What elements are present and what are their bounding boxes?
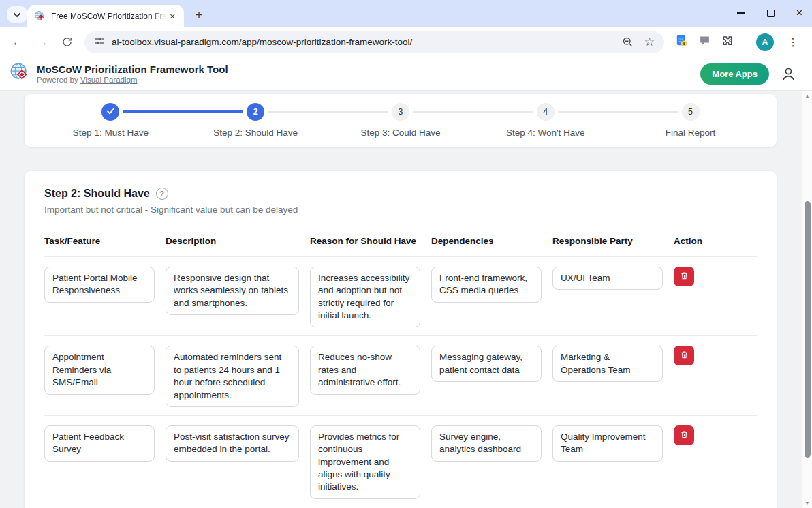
visual-paradigm-link[interactable]: Visual Paradigm	[80, 76, 138, 84]
column-header-dependencies: Dependencies	[431, 236, 542, 246]
column-header-action: Action	[674, 236, 757, 246]
scrollbar-thumb[interactable]	[805, 201, 811, 458]
column-header-reason: Reason for Should Have	[310, 236, 420, 246]
reload-icon	[61, 36, 73, 48]
task-input[interactable]: Appointment Reminders via SMS/Email	[44, 346, 155, 394]
more-apps-button[interactable]: More Apps	[700, 63, 769, 85]
page-content: Step 1: Must Have 2 Step 2: Should Have …	[0, 91, 802, 508]
zoom-out-icon[interactable]	[622, 36, 634, 48]
close-window-button[interactable]: ×	[796, 8, 802, 18]
trash-icon	[680, 271, 689, 282]
trash-icon	[680, 430, 689, 441]
step-circle-active: 2	[247, 103, 264, 121]
browser-toolbar: ← → ai-toolbox.visual-paradigm.com/app/m…	[0, 27, 812, 57]
site-settings-icon[interactable]	[94, 35, 105, 49]
app-logo-icon	[10, 62, 30, 85]
window-controls: ×	[737, 0, 802, 26]
scroll-up-icon[interactable]: ▲	[802, 93, 812, 98]
extensions-area: A ⋮	[671, 33, 805, 51]
step-label: Step 1: Must Have	[38, 128, 183, 138]
help-icon[interactable]: ?	[156, 188, 168, 200]
toolbar-divider	[745, 36, 745, 48]
check-icon	[106, 107, 115, 117]
app-title: MoSCoW Prioritization Framework Tool	[37, 63, 228, 76]
column-header-task: Task/Feature	[44, 236, 155, 246]
maximize-icon	[767, 10, 775, 17]
docs-extension-icon[interactable]	[675, 34, 688, 50]
trash-icon	[680, 350, 689, 361]
responsible-input[interactable]: UX/UI Team	[552, 267, 663, 290]
minimize-icon	[737, 12, 745, 14]
forward-button[interactable]: →	[31, 31, 53, 53]
page-scrollbar[interactable]: ▲ ▼	[802, 91, 812, 508]
powered-by-text: Powered by	[37, 76, 78, 84]
step-circle: 3	[392, 103, 409, 121]
reason-input[interactable]: Increases accessibility and adoption but…	[310, 267, 420, 327]
user-account-icon[interactable]	[780, 65, 797, 83]
stepper-step-could-have[interactable]: 3 Step 3: Could Have	[328, 103, 473, 138]
column-header-description: Description	[166, 236, 299, 246]
stepper-step-final-report[interactable]: 5 Final Report	[618, 103, 763, 138]
tab-strip: Free MoSCoW Prioritization Fra × + ×	[0, 0, 812, 27]
step-label: Step 4: Won't Have	[473, 128, 618, 138]
description-input[interactable]: Responsive design that works seamlessly …	[166, 267, 299, 315]
url-text[interactable]: ai-toolbox.visual-paradigm.com/app/mosco…	[112, 37, 412, 47]
table-row: Patient Portal Mobile Responsiveness Res…	[44, 256, 757, 335]
dependencies-input[interactable]: Survey engine, analytics dashboard	[431, 425, 542, 462]
tab-title: Free MoSCoW Prioritization Fra	[51, 12, 166, 21]
scroll-down-icon[interactable]: ▼	[802, 500, 812, 505]
stepper-step-wont-have[interactable]: 4 Step 4: Won't Have	[473, 103, 618, 138]
dependencies-input[interactable]: Front-end framework, CSS media queries	[431, 267, 542, 303]
description-input[interactable]: Automated reminders sent to patients 24 …	[166, 346, 299, 406]
delete-row-button[interactable]	[674, 425, 694, 445]
stepper: Step 1: Must Have 2 Step 2: Should Have …	[24, 93, 777, 147]
back-button[interactable]: ←	[7, 31, 29, 53]
task-input[interactable]: Patient Feedback Survey	[44, 425, 155, 462]
stepper-step-should-have[interactable]: 2 Step 2: Should Have	[183, 103, 328, 138]
section-title: Step 2: Should Have	[44, 188, 150, 200]
app-header: MoSCoW Prioritization Framework Tool Pow…	[0, 57, 812, 91]
step-label: Step 3: Could Have	[328, 128, 473, 138]
description-input[interactable]: Post-visit satisfaction survey embedded …	[166, 425, 299, 462]
bookmark-star-icon[interactable]: ☆	[644, 35, 655, 49]
reason-input[interactable]: Reduces no-show rates and administrative…	[310, 346, 420, 394]
dependencies-input[interactable]: Messaging gateway, patient contact data	[431, 346, 542, 382]
tab-search-button[interactable]	[7, 6, 27, 23]
chevron-down-icon	[13, 8, 21, 20]
tab-close-icon[interactable]: ×	[166, 10, 178, 23]
step-circle-complete	[102, 103, 119, 121]
reason-input[interactable]: Provides metrics for continuous improvem…	[310, 425, 420, 499]
table-header-row: Task/Feature Description Reason for Shou…	[44, 236, 757, 256]
address-bar[interactable]: ai-toolbox.visual-paradigm.com/app/mosco…	[84, 31, 664, 53]
profile-avatar[interactable]: A	[756, 33, 774, 51]
section-subtitle: Important but not critical - Significant…	[44, 205, 757, 215]
chat-extension-icon[interactable]	[699, 35, 710, 49]
table-row: Patient Feedback Survey Post-visit satis…	[44, 415, 757, 507]
extensions-puzzle-icon[interactable]	[721, 35, 734, 50]
browser-window: Free MoSCoW Prioritization Fra × + × ← →…	[0, 0, 812, 508]
step-label: Final Report	[618, 128, 763, 138]
tab-favicon-icon	[34, 10, 46, 22]
maximize-button[interactable]	[767, 10, 775, 17]
delete-row-button[interactable]	[674, 267, 694, 286]
browser-tab[interactable]: Free MoSCoW Prioritization Fra ×	[27, 5, 184, 27]
should-have-section: Step 2: Should Have ? Important but not …	[24, 170, 777, 508]
delete-row-button[interactable]	[674, 346, 694, 365]
step-label: Step 2: Should Have	[183, 128, 328, 138]
stepper-step-must-have[interactable]: Step 1: Must Have	[38, 103, 183, 138]
reload-button[interactable]	[56, 31, 78, 53]
column-header-responsible: Responsible Party	[552, 236, 663, 246]
new-tab-button[interactable]: +	[189, 5, 208, 25]
responsible-input[interactable]: Marketing & Operations Team	[552, 346, 663, 382]
responsible-input[interactable]: Quality Improvement Team	[552, 425, 663, 462]
task-input[interactable]: Patient Portal Mobile Responsiveness	[44, 267, 155, 303]
table-row: Appointment Reminders via SMS/Email Auto…	[44, 335, 757, 415]
browser-menu-icon[interactable]: ⋮	[785, 35, 801, 48]
minimize-button[interactable]	[737, 12, 745, 14]
step-circle: 5	[682, 103, 700, 121]
step-circle: 4	[537, 103, 555, 121]
